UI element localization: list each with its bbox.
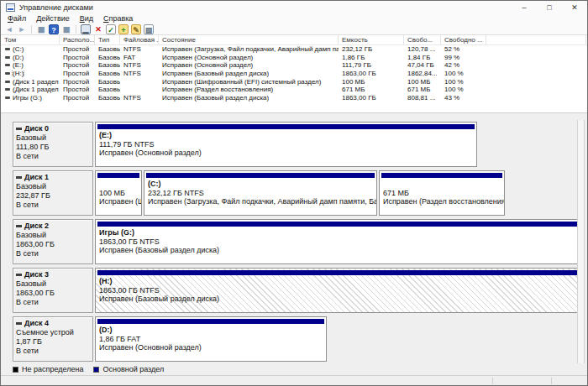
- partition-label: Игры (G:): [99, 228, 580, 237]
- partition-label: (E:): [99, 131, 476, 140]
- partition-size: 1863,00 ГБ NTFS: [99, 237, 580, 247]
- disk-row: Диск 0 Базовый 111,80 ГБ В сети (E:) 111…: [1, 122, 587, 167]
- menu-item[interactable]: Справка: [98, 14, 138, 23]
- menu-item[interactable]: Вид: [75, 14, 98, 23]
- partition-region[interactable]: 671 МБ Исправен (Раздел восстановления): [379, 170, 505, 216]
- disk-label-panel[interactable]: Диск 3 Базовый 1863,00 ГБ В сети: [13, 268, 93, 313]
- column-header[interactable]: Том: [1, 35, 60, 44]
- cell: Исправен (Основной раздел): [159, 61, 339, 69]
- cell: Базовый: [95, 45, 120, 53]
- partition-region[interactable]: (D:) 1,86 ГБ FAT Исправен (Основной разд…: [95, 316, 327, 362]
- cell: Исправен (Базовый раздел диска): [159, 70, 339, 77]
- partition-region[interactable]: (E:) 111,79 ГБ NTFS Исправен (Основной р…: [95, 122, 477, 167]
- app-icon: [6, 3, 15, 12]
- toolbar: ◄►▦?▦▂✕✓+✎▤: [1, 23, 587, 35]
- column-header[interactable]: Свободно ...: [441, 35, 486, 44]
- table-row[interactable]: (C:)ПростойБазовыйNTFSИсправен (Загрузка…: [1, 45, 587, 54]
- partition-size: 111,79 ГБ NTFS: [99, 140, 476, 149]
- list-view-icon[interactable]: ▤: [144, 24, 154, 34]
- disk-type: Базовый: [16, 133, 92, 143]
- forward-icon[interactable]: ►: [17, 24, 27, 34]
- partition-status: Исправен (Базовый раздел диска): [99, 295, 580, 304]
- table-row[interactable]: (Диск 1 раздел 4)ПростойБазовыйИсправен …: [1, 86, 587, 94]
- disk-label-panel[interactable]: Диск 1 Базовый 232,87 ГБ В сети: [13, 170, 93, 216]
- close-button[interactable]: ✕: [562, 1, 587, 14]
- legend-label: Не распределена: [22, 365, 83, 373]
- disk-type: Базовый: [16, 279, 92, 289]
- cell: 1862,84...: [404, 70, 441, 77]
- cell: 120,78 ...: [404, 45, 441, 53]
- disk-size: 1863,00 ГБ: [16, 289, 92, 298]
- volume-name-cell: (C:): [1, 45, 60, 53]
- column-header[interactable]: Состояние: [159, 35, 339, 44]
- volume-icon: [5, 56, 10, 59]
- toolbar-separator: [76, 25, 76, 34]
- table-row[interactable]: (E:)ПростойБазовыйNTFSИсправен (Основной…: [1, 61, 587, 70]
- column-header[interactable]: Свобо...: [404, 35, 441, 44]
- table-row[interactable]: Игры (G:)ПростойБазовыйNTFSИсправен (Баз…: [1, 94, 587, 102]
- cell: Базовый: [95, 70, 120, 77]
- console-window-icon[interactable]: ▂: [81, 24, 91, 34]
- disk-row: Диск 1 Базовый 232,87 ГБ В сети 100 МБ И…: [1, 170, 587, 216]
- column-header[interactable]: Тип: [95, 35, 120, 44]
- menu-item[interactable]: Действие: [31, 14, 75, 23]
- title-bar: Управление дисками – □ ✕: [1, 1, 587, 14]
- table-row[interactable]: (H:)ПростойБазовыйNTFSИсправен (Базовый …: [1, 70, 587, 78]
- column-header[interactable]: [486, 35, 586, 44]
- export-list-icon[interactable]: ▦: [61, 24, 71, 34]
- cell: 100 МБ: [339, 78, 404, 86]
- vertical-scrollbar[interactable]: [577, 120, 585, 363]
- cell: Базовый: [95, 78, 120, 86]
- table-row[interactable]: (Диск 1 раздел 1)ПростойБазовыйИсправен …: [1, 77, 587, 86]
- legend-color-swatch: [13, 367, 18, 373]
- delete-volume-icon[interactable]: ✕: [93, 24, 103, 34]
- cell: 100 %: [441, 86, 486, 93]
- add-drive-icon[interactable]: +: [118, 24, 129, 34]
- column-header[interactable]: Файловая ...: [120, 35, 159, 44]
- disk-name: Диск 1: [16, 173, 92, 182]
- partition-size: 1863,00 ГБ NTFS: [99, 286, 580, 295]
- cell: 1863,00 ГБ: [339, 70, 404, 77]
- disk-label-panel[interactable]: Диск 4 Съемное устрой 1,87 ГБ В сети: [13, 316, 93, 362]
- disk-label-panel[interactable]: Диск 0 Базовый 111,80 ГБ В сети: [13, 122, 93, 167]
- disk-type: Базовый: [16, 182, 92, 191]
- volume-icon: [5, 96, 10, 99]
- disk-label-panel[interactable]: Диск 2 Базовый 1863,00 ГБ В сети: [13, 219, 93, 264]
- cell: Исправен (Основной раздел): [159, 54, 339, 61]
- help-icon[interactable]: ?: [49, 24, 59, 34]
- disk-state: В сети: [16, 347, 92, 356]
- disk-icon: [16, 274, 22, 276]
- column-header[interactable]: Располо...: [60, 35, 95, 44]
- window-title: Управление дисками: [19, 3, 93, 12]
- minimize-button[interactable]: –: [512, 1, 537, 14]
- cell: Простой: [60, 54, 95, 61]
- cell: 100 МБ: [404, 78, 441, 86]
- pane-splitter[interactable]: [1, 112, 587, 120]
- disk-row: Диск 4 Съемное устрой 1,87 ГБ В сети (D:…: [1, 316, 587, 362]
- partition-region[interactable]: Игры (G:) 1863,00 ГБ NTFS Исправен (Базо…: [95, 219, 580, 264]
- table-row[interactable]: (D:)ПростойБазовыйFATИсправен (Основной …: [1, 54, 587, 62]
- menu-item[interactable]: Файл: [3, 14, 31, 23]
- back-icon[interactable]: ◄: [4, 24, 14, 34]
- legend-label: Основной раздел: [102, 365, 164, 373]
- cell: Базовый: [95, 94, 120, 102]
- column-header[interactable]: Емкость: [339, 35, 404, 44]
- disk-icon: [16, 176, 22, 179]
- console-tree-icon[interactable]: ▦: [36, 24, 46, 34]
- partition-region[interactable]: (C:) 232,12 ГБ NTFS Исправен (Загрузка, …: [144, 170, 377, 216]
- cell: NTFS: [120, 61, 159, 69]
- maximize-button[interactable]: □: [537, 1, 562, 14]
- change-letter-icon[interactable]: ✎: [131, 24, 141, 34]
- partition-size: 232,12 ГБ NTFS: [148, 189, 376, 198]
- window-controls: – □ ✕: [512, 1, 587, 14]
- partition-region[interactable]: 100 МБ Исправен (Шифрованный (EFI) с: [95, 170, 142, 216]
- volume-table-header: ТомРасполо...ТипФайловая ...СостояниеЕмк…: [1, 35, 587, 45]
- disk-row: Диск 2 Базовый 1863,00 ГБ В сети Игры (G…: [1, 219, 587, 264]
- disk-type: Съемное устрой: [16, 328, 92, 337]
- check-document-icon[interactable]: ✓: [106, 24, 116, 34]
- partition-region[interactable]: (H:) 1863,00 ГБ NTFS Исправен (Базовый р…: [95, 268, 580, 313]
- cell: 42 %: [441, 61, 486, 69]
- cell: 1,86 ГБ: [339, 54, 404, 61]
- cell: 100 %: [441, 70, 486, 77]
- volume-name-cell: (D:): [1, 54, 60, 61]
